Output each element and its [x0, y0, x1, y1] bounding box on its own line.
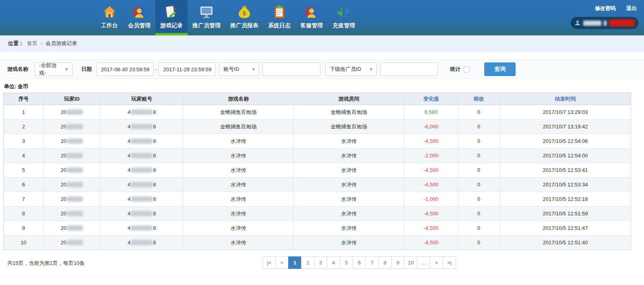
redacted-account: [131, 211, 153, 216]
cell-end-time: 2017/10/5 12:54:06: [500, 134, 631, 149]
cell-seq: 1: [4, 105, 44, 120]
redacted-player-id: [67, 196, 83, 202]
next-page-button[interactable]: >: [430, 256, 443, 269]
nav-item-6[interactable]: 系统日志: [263, 0, 295, 35]
cell-change-value: -4,500: [405, 178, 458, 192]
nav-item-label: 工作台: [101, 22, 118, 29]
cell-seq: 9: [4, 221, 44, 235]
sub-promoter-select[interactable]: 下级推广员ID ▼: [325, 62, 377, 76]
page-button-1[interactable]: 1: [288, 256, 301, 269]
cell-seq: 3: [4, 134, 44, 149]
cell-account: 48: [100, 207, 184, 221]
page-button-7[interactable]: 7: [365, 256, 379, 269]
moneybag-icon: $: [235, 3, 253, 21]
redacted-player-id: [67, 138, 83, 144]
page-button-4[interactable]: 4: [327, 256, 340, 269]
game-name-label: 游戏名称: [7, 66, 28, 73]
account-id-selected-value: 账号ID: [223, 66, 239, 73]
nav-item-3[interactable]: 游戏记录: [155, 0, 188, 35]
nav-item-7[interactable]: 客服管理: [295, 0, 328, 35]
page-button-3[interactable]: 3: [314, 256, 327, 269]
date-from-input[interactable]: [97, 62, 154, 76]
game-name-select[interactable]: -全部游戏- ▼: [35, 62, 72, 76]
cell-account: 48: [100, 235, 184, 250]
cell-change-value: -4,500: [405, 134, 458, 149]
cell-game-name: 水浒传: [184, 192, 293, 207]
nav-item-8[interactable]: 充值管理: [328, 0, 360, 35]
cell-tax: 0: [458, 235, 500, 250]
cell-account: 48: [100, 149, 184, 163]
recharge-icon: [335, 3, 353, 21]
table-header-row: 序号玩家ID玩家账号游戏名称游戏房间变化值税收结束时间: [4, 93, 631, 105]
logout-link[interactable]: 退出: [626, 5, 637, 12]
first-page-button[interactable]: |<: [262, 256, 276, 269]
column-header-变化值[interactable]: 变化值: [405, 93, 458, 105]
date-to-input[interactable]: [159, 62, 216, 76]
page-button-10[interactable]: 10: [404, 256, 417, 269]
account-id-select[interactable]: 账号ID ▼: [219, 62, 259, 76]
breadcrumb-current: 会员游戏记录: [45, 40, 77, 47]
nav-item-2[interactable]: 会员管理: [123, 0, 155, 35]
sub-promoter-input[interactable]: [380, 62, 438, 76]
cell-game-room: 金蟾捕鱼百炮场: [293, 120, 405, 134]
cell-change-value: -2,000: [405, 149, 458, 163]
page-button-9[interactable]: 9: [391, 256, 405, 269]
ellipsis-page-button[interactable]: ...: [417, 256, 430, 269]
page-summary: 共15页，当前为第1页，每页10条: [7, 260, 85, 267]
cell-game-name: 金蟾捕鱼百炮场: [184, 120, 293, 134]
table-row: 32048水浒传水浒传-4,50002017/10/5 12:54:06: [4, 134, 631, 149]
column-header-税收[interactable]: 税收: [458, 93, 500, 105]
cell-game-name: 水浒传: [184, 149, 293, 163]
cell-player-id: 20: [43, 178, 100, 192]
page-button-5[interactable]: 5: [340, 256, 353, 269]
cell-game-name: 金蟾捕鱼百炮场: [184, 105, 293, 120]
redacted-account: [131, 138, 153, 144]
cell-change-value: -6,000: [405, 120, 458, 134]
cell-end-time: 2017/10/5 12:51:47: [500, 221, 631, 235]
last-page-button[interactable]: >|: [443, 256, 456, 269]
stats-checkbox[interactable]: [464, 66, 470, 72]
cell-tax: 0: [458, 221, 500, 235]
column-header-结束时间[interactable]: 结束时间: [500, 93, 631, 105]
column-header-序号: 序号: [4, 93, 44, 105]
account-id-input[interactable]: [262, 62, 320, 76]
page-button-2[interactable]: 2: [301, 256, 314, 269]
nav-item-label: 游戏记录: [160, 22, 183, 29]
nav-item-4[interactable]: 推广员管理: [188, 0, 225, 35]
cell-tax: 0: [458, 105, 500, 120]
cell-game-room: 水浒传: [293, 163, 405, 178]
search-button[interactable]: 查询: [484, 62, 516, 76]
stats-label: 统计: [450, 66, 460, 73]
cell-tax: 0: [458, 120, 500, 134]
nav-item-5[interactable]: $推广员报表: [225, 0, 263, 35]
user-badge[interactable]: [571, 17, 638, 29]
page-button-6[interactable]: 6: [353, 256, 366, 269]
unit-label: 单位: 金币: [4, 83, 644, 90]
nav-item-label: 会员管理: [128, 22, 151, 29]
cell-game-room: 水浒传: [293, 207, 405, 221]
column-header-玩家账号: 玩家账号: [100, 93, 184, 105]
game-name-selected-value: -全部游戏-: [39, 62, 61, 76]
cell-player-id: 20: [43, 134, 100, 149]
page-button-8[interactable]: 8: [378, 256, 392, 269]
cell-seq: 10: [4, 235, 44, 250]
change-password-link[interactable]: 修改密码: [595, 5, 616, 12]
breadcrumb-home-link[interactable]: 首页: [27, 40, 37, 47]
records-table-wrap: 序号玩家ID玩家账号游戏名称游戏房间变化值税收结束时间 12048金蟾捕鱼百炮场…: [3, 93, 631, 250]
nav-item-label: 推广员报表: [230, 22, 258, 29]
cell-seq: 2: [4, 120, 44, 134]
cell-player-id: 20: [43, 163, 100, 178]
prev-page-button[interactable]: <: [275, 256, 289, 269]
cell-player-id: 20: [43, 235, 100, 250]
cell-tax: 0: [458, 207, 500, 221]
redacted-player-id: [67, 182, 83, 187]
cell-player-id: 20: [43, 120, 100, 134]
monitor-icon: [198, 3, 215, 21]
cell-player-id: 20: [43, 192, 100, 207]
nav-item-1[interactable]: 工作台: [96, 0, 123, 35]
cell-end-time: 2017/10/7 13:19:42: [500, 120, 631, 134]
cell-end-time: 2017/10/5 12:54:00: [500, 149, 631, 163]
redacted-account: [131, 240, 153, 245]
redacted-account: [131, 225, 153, 231]
cell-account: 48: [100, 134, 184, 149]
